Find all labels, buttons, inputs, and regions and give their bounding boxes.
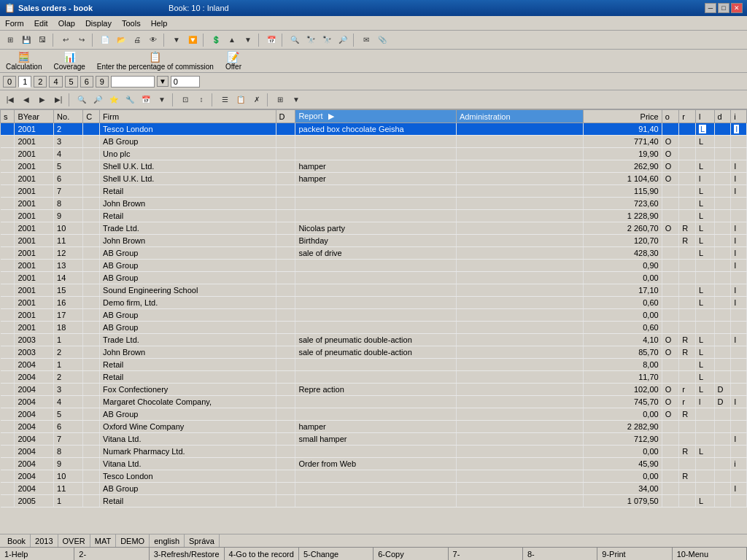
table-row[interactable]: 20015Shell U.K. Ltd.hamper262,90OLI: [1, 160, 747, 173]
tab-5[interactable]: 5: [65, 76, 78, 88]
th-firm[interactable]: Firm: [100, 110, 276, 123]
th-report[interactable]: Report ▶: [295, 110, 456, 123]
btn-offer[interactable]: 📝 Offer: [225, 51, 241, 71]
table-row[interactable]: 20031Trade Ltd.sale of pneumatic double-…: [1, 334, 747, 346]
table-row[interactable]: 200110Trade Ltd.Nicolas party2 260,70ORL…: [1, 222, 747, 235]
nav-next-icon[interactable]: ▶: [35, 93, 50, 107]
table-row[interactable]: 200111John BrownBirthday120,70RLI: [1, 235, 747, 247]
table-row[interactable]: 20046Oxford Wine Companyhamper2 282,90: [1, 421, 747, 433]
tab-0[interactable]: 0: [3, 76, 16, 88]
nav-tool-icon[interactable]: 🔧: [123, 93, 137, 107]
table-row[interactable]: 20049Vitana Ltd.Order from Web45,90i: [1, 458, 747, 470]
nav-last-icon[interactable]: ▶|: [51, 93, 66, 107]
nav-x-icon[interactable]: ✗: [249, 93, 264, 107]
th-byear[interactable]: BYear: [15, 110, 54, 123]
tab-2[interactable]: 2: [34, 76, 47, 88]
th-d2[interactable]: d: [714, 110, 731, 123]
menu-tools[interactable]: Tools: [120, 18, 143, 28]
th-o[interactable]: o: [662, 110, 679, 123]
tb-preview-icon[interactable]: 👁: [146, 33, 160, 47]
tb-up-icon[interactable]: ▲: [225, 33, 239, 47]
menu-edit[interactable]: Edit: [32, 18, 50, 28]
nav-list2-icon[interactable]: 📋: [233, 93, 248, 107]
table-row[interactable]: 20019Retail1 228,90L: [1, 210, 747, 222]
nav-prev-icon[interactable]: ◀: [19, 93, 34, 107]
tb-open-icon[interactable]: 📂: [114, 33, 128, 47]
table-row[interactable]: 200410Tesco London0,00R: [1, 470, 747, 483]
tb-print-icon[interactable]: 🖨: [130, 33, 144, 47]
table-row[interactable]: 20012Tesco Londonpacked box chocolate Ge…: [1, 123, 747, 136]
table-row[interactable]: 20048Numark Pharmacy Ltd.0,00RL: [1, 446, 747, 458]
tb-save-icon[interactable]: 💾: [19, 33, 34, 47]
tb-grid-icon[interactable]: ⊞: [3, 33, 18, 47]
th-no[interactable]: No.: [54, 110, 83, 123]
table-row[interactable]: 200118AB Group0,60: [1, 322, 747, 334]
tab-filter-input[interactable]: [111, 76, 155, 88]
action-item-1[interactable]: 2-: [74, 548, 149, 560]
action-item-0[interactable]: 1-Help: [0, 548, 74, 560]
btn-commission[interactable]: 📋 Enter the percentage of commission: [97, 51, 214, 71]
tb-filter2-icon[interactable]: 🔽: [185, 33, 200, 47]
nav-filter2-icon[interactable]: ⊡: [178, 93, 193, 107]
menu-form[interactable]: Form: [3, 18, 26, 28]
menu-display[interactable]: Display: [83, 18, 114, 28]
table-row[interactable]: 20013AB Group771,40OL: [1, 136, 747, 148]
nav-star-icon[interactable]: ⭐: [107, 93, 121, 107]
tb-save2-icon[interactable]: 🖫: [35, 33, 50, 47]
action-item-9[interactable]: 10-Menu: [673, 548, 747, 560]
table-row[interactable]: 20044Margaret Chocolate Company,745,70Or…: [1, 396, 747, 408]
table-row[interactable]: 20018John Brown723,60L: [1, 198, 747, 210]
action-item-5[interactable]: 6-Copy: [374, 548, 448, 560]
table-row[interactable]: 200113AB Group0,90I: [1, 260, 747, 272]
th-administration[interactable]: Administration: [456, 110, 583, 123]
table-row[interactable]: 20032John Brownsale of pneumatic double-…: [1, 346, 747, 359]
nav-first-icon[interactable]: |◀: [3, 93, 18, 107]
minimize-button[interactable]: ─: [705, 3, 716, 13]
tb-dollar-icon[interactable]: 💲: [209, 33, 223, 47]
th-price[interactable]: Price: [584, 110, 662, 123]
tab-4[interactable]: 4: [49, 76, 62, 88]
tab-value-input[interactable]: [171, 76, 200, 88]
tab-6[interactable]: 6: [80, 76, 93, 88]
nav-magnify-icon[interactable]: 🔎: [90, 93, 105, 107]
tb-binoculars-icon[interactable]: 🔭: [303, 33, 318, 47]
action-item-8[interactable]: 9-Print: [597, 548, 672, 560]
action-item-7[interactable]: 8-: [523, 548, 597, 560]
table-row[interactable]: 200116Demo firm, Ltd.0,60LI: [1, 297, 747, 309]
table-row[interactable]: 200411AB Group34,00I: [1, 483, 747, 495]
table-row[interactable]: 200112AB Groupsale of drive428,30LI: [1, 247, 747, 260]
nav-grid-dropdown-icon[interactable]: ▼: [289, 93, 303, 107]
menu-help[interactable]: Help: [149, 18, 170, 28]
table-row[interactable]: 20041Retail8,00L: [1, 359, 747, 371]
action-item-2[interactable]: 3-Refresh/Restore: [150, 548, 225, 560]
btn-coverage[interactable]: 📊 Coverage: [53, 51, 85, 71]
nav-filter-icon[interactable]: ▼: [155, 93, 169, 107]
tab-1[interactable]: 1: [18, 76, 31, 88]
table-row[interactable]: 200115Sound Engineering School17,10LI: [1, 284, 747, 297]
tb-down-icon[interactable]: ▼: [241, 33, 255, 47]
table-row[interactable]: 20047Vitana Ltd.small hamper712,90I: [1, 433, 747, 446]
close-button[interactable]: ✕: [731, 3, 743, 13]
action-item-3[interactable]: 4-Go to the record: [225, 548, 299, 560]
table-row[interactable]: 200117AB Group0,00: [1, 309, 747, 322]
table-row[interactable]: 200114AB Group0,00: [1, 272, 747, 284]
table-row[interactable]: 20043Fox ConfectioneryRepre action102,00…: [1, 384, 747, 396]
tb-attach-icon[interactable]: 📎: [375, 33, 390, 47]
menu-olap[interactable]: Olap: [56, 18, 77, 28]
table-row[interactable]: 20051Retail1 079,50L: [1, 495, 747, 508]
th-c[interactable]: C: [83, 110, 100, 123]
nav-list-icon[interactable]: ☰: [217, 93, 232, 107]
maximize-button[interactable]: □: [718, 3, 729, 13]
tb-calendar-icon[interactable]: 📅: [264, 33, 279, 47]
tab-dropdown-icon[interactable]: ▼: [157, 76, 169, 87]
th-l[interactable]: l: [695, 110, 714, 123]
tb-binoculars3-icon[interactable]: 🔎: [336, 33, 350, 47]
th-i[interactable]: i: [731, 110, 747, 123]
nav-sort-icon[interactable]: ↕: [194, 93, 209, 107]
nav-calendar-icon[interactable]: 📅: [139, 93, 153, 107]
tb-undo-icon[interactable]: ↩: [58, 33, 73, 47]
tb-new-icon[interactable]: 📄: [98, 33, 112, 47]
action-item-4[interactable]: 5-Change: [299, 548, 374, 560]
table-row[interactable]: 20045AB Group0,00OR: [1, 408, 747, 421]
btn-calculation[interactable]: 🧮 Calculation: [6, 51, 42, 71]
